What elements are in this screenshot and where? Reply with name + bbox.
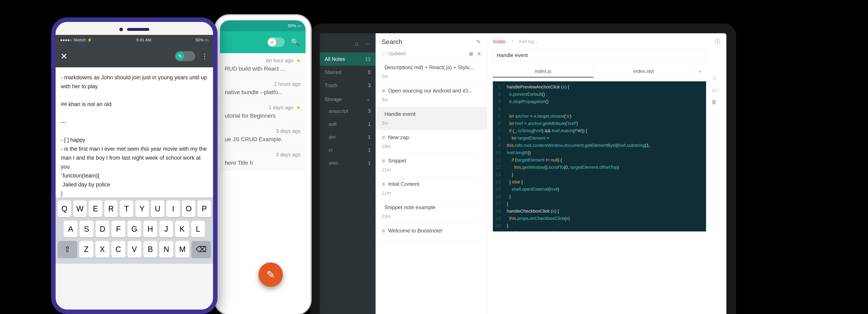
keyboard-key[interactable]: E <box>89 200 102 217</box>
storage-item[interactable]: avascript3 <box>320 105 376 118</box>
compose-icon[interactable]: ✎ <box>476 39 481 45</box>
backspace-key[interactable]: ⌫ <box>191 241 211 258</box>
sidebar-item-all-notes[interactable]: All Notes11 <box>320 53 376 66</box>
star-icon: ★ <box>296 58 301 63</box>
more-icon[interactable]: ⋮ <box>201 52 208 60</box>
keyboard-key[interactable]: D <box>96 221 110 237</box>
sort-label[interactable]: Updated <box>388 51 406 56</box>
keyboard-key[interactable]: S <box>80 221 93 237</box>
note-type-icon: ≣ <box>382 158 385 163</box>
note-list-panel: Search ✎ ⌄ Updated ▦ ≣ Description(.md) … <box>376 33 487 314</box>
keyboard-key[interactable]: Z <box>79 241 93 258</box>
keyboard-key[interactable]: Y <box>135 200 149 217</box>
storage-item[interactable]: ault1 <box>320 118 376 131</box>
keyboard-key[interactable]: K <box>175 221 189 237</box>
storage-item[interactable]: ct1 <box>320 144 376 157</box>
soft-keyboard[interactable]: QWERTYUIOP ASDFGHJKL ⇧ZXCVBNM⌫ <box>56 197 213 264</box>
info-icon[interactable]: ⓘ <box>715 38 720 45</box>
note-list-item[interactable]: Snippet note example23m <box>376 200 487 223</box>
editor-text[interactable]: - markdowns as John should join just in … <box>61 73 208 189</box>
list-header: 🔍 <box>220 31 306 53</box>
note-list-item[interactable]: Handle event3m <box>376 107 487 130</box>
note-list-item[interactable]: ≣Welcome to Boostnote! <box>376 223 487 241</box>
keyboard-key[interactable]: R <box>104 200 118 217</box>
battery-indicator: 50% ▭ <box>288 23 302 28</box>
add-tab-button[interactable]: ＋ <box>694 65 706 77</box>
add-tag-input[interactable]: Add tag… <box>519 39 539 44</box>
crumb-sep: / <box>512 39 513 44</box>
search-icon[interactable]: 🔍 <box>291 38 300 46</box>
keyboard-key[interactable]: V <box>127 241 142 258</box>
keyboard-key[interactable]: G <box>127 221 141 237</box>
editor-tab[interactable]: index.styl <box>593 65 694 77</box>
mobile-note-item[interactable]: 2 hours agonative bundle --platfo... <box>220 77 306 100</box>
editor-tab[interactable]: index.js <box>493 65 593 77</box>
keyboard-key[interactable]: N <box>159 241 173 258</box>
mobile-note-item[interactable]: 3 days agohere Title h <box>220 147 306 171</box>
note-list-item[interactable]: ≣Intial Content11m <box>376 177 487 200</box>
keyboard-key[interactable]: U <box>151 200 164 217</box>
keyboard-key[interactable]: A <box>64 221 78 237</box>
desktop-sidebar: ⌂ ⋯ All Notes11Starred0Trash3 Storage ＋ … <box>320 33 376 314</box>
phone-editor-frame: ●●●●○ Sketch ⚡ 9:41 AM 50% ▭ ✕ ⋮ - markd… <box>51 18 218 314</box>
note-list-item[interactable]: ≣Snippet11m <box>376 154 487 177</box>
fullscreen-icon[interactable]: ▭ <box>712 87 717 93</box>
more-icon[interactable]: ⋯ <box>365 40 371 47</box>
keyboard-key[interactable]: J <box>159 221 173 237</box>
keyboard-key[interactable]: F <box>112 221 125 237</box>
list-view-icon[interactable]: ≣ <box>477 51 481 56</box>
keyboard-key[interactable]: M <box>175 241 189 258</box>
note-list-item[interactable]: ≣New:zap:10m <box>376 130 487 154</box>
keyboard-key[interactable]: W <box>73 200 87 217</box>
storage-header: Storage <box>324 97 342 103</box>
keyboard-key[interactable]: B <box>144 241 157 258</box>
note-list-item[interactable]: Description(.md) + React(.js) + Stylu...… <box>376 60 487 84</box>
editor-toolbar: ✕ ⋮ <box>56 45 213 67</box>
keyboard-key[interactable]: O <box>182 200 195 217</box>
sidebar-item-trash[interactable]: Trash3 <box>320 79 376 92</box>
status-bar: 50% ▭ <box>220 20 306 31</box>
tag-icon[interactable]: ⌂ <box>355 40 359 47</box>
editor-panel: folder / Add tag… ⓘ ☆ ▭ 🗑 Handle event i… <box>487 33 726 314</box>
folder-crumb[interactable]: folder <box>493 39 506 44</box>
add-storage-icon[interactable]: ＋ <box>366 97 371 103</box>
trash-icon[interactable]: 🗑 <box>711 99 717 105</box>
star-icon: ★ <box>296 105 301 111</box>
shift-key[interactable]: ⇧ <box>58 241 77 258</box>
code-body[interactable]: handlePreviewAnchorClick (e) { e.prevent… <box>503 81 653 231</box>
keyboard-key[interactable]: C <box>112 241 125 258</box>
mobile-note-item[interactable]: 1 days ago★utorial for Beginners <box>220 100 306 124</box>
keyboard-key[interactable]: X <box>95 241 110 258</box>
keyboard-key[interactable]: Q <box>58 200 71 217</box>
edit-preview-toggle[interactable] <box>175 51 195 61</box>
mobile-note-item[interactable]: An hour ago★RUD build with React ... <box>220 53 306 77</box>
keyboard-key[interactable]: P <box>197 200 211 217</box>
carrier-label: ●●●●○ Sketch ⚡ <box>60 37 92 42</box>
new-note-fab[interactable]: ✎ <box>258 262 283 287</box>
star-icon[interactable]: ☆ <box>712 75 717 81</box>
chevron-down-icon[interactable]: ⌄ <box>382 51 385 56</box>
keyboard-key[interactable]: L <box>191 221 205 237</box>
note-type-icon: ≣ <box>382 135 385 140</box>
keyboard-key[interactable]: H <box>143 221 157 237</box>
starred-filter-toggle[interactable] <box>267 37 285 47</box>
note-list[interactable]: An hour ago★RUD build with React ...2 ho… <box>220 53 306 171</box>
markdown-editor[interactable]: - markdowns as John should join just in … <box>56 67 213 197</box>
note-type-icon: ≣ <box>382 228 385 233</box>
keyboard-key[interactable]: I <box>166 200 180 217</box>
note-title-input[interactable]: Handle event <box>493 50 706 61</box>
storage-item[interactable]: emo1 <box>320 157 376 169</box>
code-editor[interactable]: 1234567891011121314151617181920212223242… <box>493 81 706 231</box>
battery-indicator: 50% ▭ <box>195 37 209 42</box>
desktop-app: ⌂ ⋯ All Notes11Starred0Trash3 Storage ＋ … <box>320 33 726 314</box>
grid-view-icon[interactable]: ▦ <box>469 51 473 56</box>
sidebar-item-starred[interactable]: Starred0 <box>320 66 376 79</box>
close-icon[interactable]: ✕ <box>60 51 68 61</box>
mobile-note-item[interactable]: 3 days agoue JS CRUD Example. <box>220 124 306 147</box>
storage-item[interactable]: der1 <box>320 131 376 144</box>
clock-label: 9:41 AM <box>136 38 151 42</box>
keyboard-key[interactable]: T <box>120 200 133 217</box>
note-list-item[interactable]: ≣Open sourcing our Android and iO...3m <box>376 84 487 107</box>
status-bar: ●●●●○ Sketch ⚡ 9:41 AM 50% ▭ <box>56 35 213 45</box>
editor-tabs: index.jsindex.styl＋ <box>493 65 706 78</box>
